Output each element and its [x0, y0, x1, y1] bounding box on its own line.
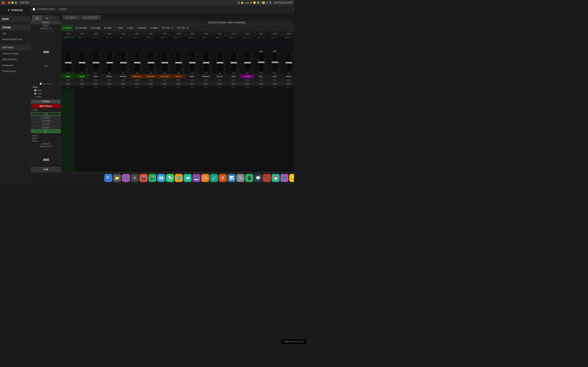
all-output-button[interactable]: ALL OUTPUT [81, 15, 101, 20]
dock-icon-9[interactable]: 📨 [183, 174, 192, 182]
ch-mute-ch03[interactable]: Mute [89, 82, 102, 86]
dock-icon-12[interactable]: 🖌 [210, 174, 218, 182]
ch-fader-handle-ch01[interactable] [65, 62, 72, 63]
ch-solo-ch06[interactable]: Solo [130, 78, 144, 82]
ch-solo-ch02[interactable]: Solo [75, 78, 89, 82]
range-1-16-dca[interactable]: 1-16 DCA [31, 116, 60, 119]
ch-solo-ch11[interactable]: Solo [199, 78, 213, 82]
range-aux-fx[interactable]: Aux FX [31, 123, 60, 126]
dock-icon-3[interactable]: ⚙ [131, 174, 139, 182]
ch-mute-ch13[interactable]: Mute [227, 82, 240, 86]
maximize-button[interactable] [15, 1, 17, 4]
load-button[interactable]: 📂 Load [34, 92, 58, 95]
ch-mute-ch01[interactable]: Mute [61, 82, 75, 86]
ch-fader-handle-ch05[interactable] [120, 62, 127, 63]
ch-mute-ch10[interactable]: Mute [185, 82, 199, 86]
dock-icon-19[interactable]: ⏰ [272, 174, 280, 182]
dock-icon-21[interactable]: 💡 [289, 174, 294, 182]
ch-fader-handle-ch03[interactable] [93, 62, 99, 63]
ch-fader-handle-ch11[interactable] [203, 62, 209, 63]
nav-sends[interactable]: ⇉ Sends [135, 25, 148, 31]
all-input-button[interactable]: ALL INPUT [62, 15, 80, 20]
ch-solo-ch12[interactable]: Solo [213, 78, 226, 82]
ch-mute-ch11[interactable]: Mute [199, 82, 213, 86]
dock-icon-14[interactable]: 📊 [228, 174, 236, 182]
close-button[interactable] [8, 1, 10, 4]
nav-fx5-8[interactable]: FX FX5 - 8 [175, 25, 190, 31]
ch-solo-ch14[interactable]: Solo [240, 78, 254, 82]
range-17-32-dca[interactable]: 17-32 DCA [31, 119, 60, 123]
dock-icon-0[interactable]: 🔍 [104, 174, 112, 182]
sidebar-item-list[interactable]: List [0, 30, 30, 36]
ch-solo-ch16[interactable]: Solo [268, 78, 282, 82]
ch-mute-ch08[interactable]: Mute [158, 82, 171, 86]
dock-icon-11[interactable]: 🎨 [201, 174, 209, 182]
ch-fader-handle-ch17[interactable] [285, 62, 292, 63]
dock-icon-20[interactable]: 🎮 [280, 174, 288, 182]
range-1-32[interactable]: 1-32 [31, 112, 60, 116]
minimize-button[interactable] [11, 1, 14, 4]
ch-mute-ch17[interactable]: Mute [282, 82, 294, 86]
edit-btn[interactable]: ✏ Edit [31, 109, 60, 112]
dock-icon-13[interactable]: 🎯 [219, 174, 227, 182]
nav-fx1-4[interactable]: FX FX1 - 4 [160, 25, 175, 31]
dock-icon-2[interactable]: 🎵 [122, 174, 130, 182]
nav-gate[interactable]: ⊗ Gate [102, 25, 114, 31]
range-all[interactable]: All [31, 130, 60, 133]
dock-icon-10[interactable]: 💻 [192, 174, 200, 182]
ch-mute-ch15[interactable]: Mute [254, 82, 268, 86]
dock-icon-6[interactable]: 📧 [157, 174, 165, 182]
ch-fader-handle-ch09[interactable] [175, 62, 182, 63]
ch-fader-handle-ch07[interactable] [148, 62, 154, 63]
range-bus-mtx[interactable]: Bus Mtx [31, 126, 60, 129]
ch-mute-ch05[interactable]: Mute [116, 82, 130, 86]
dock-icon-18[interactable]: 📞 [263, 174, 271, 182]
nav-config[interactable]: ⊕ Config [89, 25, 102, 31]
nav-channel[interactable]: ⊟ Channel [73, 25, 89, 31]
nav-eq[interactable]: ≋ EQ [125, 25, 135, 31]
ch-fader-handle-ch08[interactable] [162, 62, 168, 63]
sidebar-item-recall[interactable]: Recall Safe/Focus [0, 36, 30, 42]
ch-mute-ch04[interactable]: Mute [103, 82, 116, 86]
ch-solo-ch04[interactable]: Solo [103, 78, 116, 82]
sidebar-item-hardware[interactable]: Hardware [0, 62, 30, 68]
ch-solo-ch17[interactable]: Solo [282, 78, 294, 82]
dock-icon-17[interactable]: 💬 [254, 174, 262, 182]
ch-solo-ch13[interactable]: Solo [227, 78, 240, 82]
ch-mute-ch02[interactable]: Mute [75, 82, 89, 86]
dock-icon-4[interactable]: 🎬 [139, 174, 147, 182]
nav-dyn[interactable]: 〰 Dyn [114, 25, 125, 31]
tab-b[interactable]: B [42, 15, 52, 21]
ch-mute-ch16[interactable]: Mute [268, 82, 282, 86]
cue-button[interactable]: CUE [31, 167, 60, 172]
dock-icon-5[interactable]: 🎤 [148, 174, 156, 182]
ch-fader-handle-ch04[interactable] [106, 62, 113, 63]
ch-solo-ch07[interactable]: Solo [144, 78, 157, 82]
ch-fader-handle-ch06[interactable] [134, 62, 140, 63]
dock-icon-7[interactable]: 📡 [166, 174, 174, 182]
ch-fader-handle-ch12[interactable] [217, 62, 223, 63]
ch-solo-ch03[interactable]: Solo [89, 78, 102, 82]
ch-solo-ch15[interactable]: Solo [254, 78, 268, 82]
ch-solo-ch01[interactable]: Solo [61, 78, 75, 82]
sidebar-item-preferences[interactable]: Preferences [0, 68, 30, 74]
ch-fader-handle-ch02[interactable] [79, 62, 85, 63]
bypass-button[interactable]: BYPASS [31, 100, 60, 103]
ch-fader-handle-ch15[interactable] [258, 62, 265, 63]
tab-add[interactable]: + [52, 16, 58, 21]
move-button[interactable]: ↔ Move [34, 95, 58, 98]
dock-icon-1[interactable]: 📂 [113, 174, 121, 182]
save-button[interactable]: 💾 Save [34, 89, 58, 92]
revx-button[interactable]: REV-X Room [31, 104, 60, 108]
left-fader-knob[interactable] [43, 51, 49, 53]
ch-solo-ch09[interactable]: Solo [172, 78, 185, 82]
ch-fader-handle-ch14[interactable] [244, 62, 251, 63]
ch-fader-handle-ch10[interactable] [189, 62, 196, 63]
output-fader-knob[interactable] [43, 159, 49, 161]
ch-fader-handle-ch13[interactable] [230, 62, 237, 63]
nav-mixer[interactable]: ⊞ Mixer [61, 25, 73, 31]
dock-icon-15[interactable]: 🖥 [236, 174, 244, 182]
dock-icon-8[interactable]: 🌐 [175, 174, 183, 182]
ch-solo-ch08[interactable]: Solo [158, 78, 171, 82]
ch-mute-ch07[interactable]: Mute [144, 82, 157, 86]
